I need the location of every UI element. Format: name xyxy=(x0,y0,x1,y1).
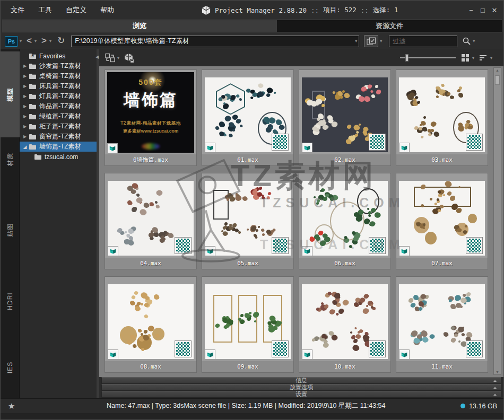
chevron-down-icon[interactable]: ▾ xyxy=(472,56,474,60)
expand-up-icon[interactable]: ▲ xyxy=(492,379,498,382)
expander-icon[interactable]: ◢ xyxy=(22,144,28,150)
thumbnail-caption: 10.max xyxy=(299,361,390,372)
selection-count: 选择: 1 xyxy=(373,6,398,15)
sort-button[interactable] xyxy=(479,54,488,62)
minimize-button[interactable]: − xyxy=(465,6,477,14)
tree-item-label: 桌椅篇-TZ素材 xyxy=(39,72,81,81)
tree-item-label: 柜子篇-TZ素材 xyxy=(39,122,81,131)
tab-materials[interactable]: 材质 xyxy=(1,134,20,185)
expander-icon[interactable]: ▶ xyxy=(22,134,28,139)
tree-item[interactable]: ▶绿植篇-TZ素材 xyxy=(20,111,97,121)
thumbnail-card[interactable]: 05.max xyxy=(202,173,294,269)
menu-tools[interactable]: 工具 xyxy=(31,5,59,15)
expander-icon[interactable]: ▶ xyxy=(22,74,28,78)
expander-icon[interactable]: ▶ xyxy=(22,104,28,109)
vertical-scrollbar[interactable]: ▲ ▼ xyxy=(493,67,501,375)
scroll-down-icon[interactable]: ▼ xyxy=(494,370,501,374)
project-manager-window: 文件 工具 自定义 帮助 Project Manager 2.88.20 :: … xyxy=(0,0,504,420)
tree-subitem[interactable]: tzsucai.com xyxy=(20,152,97,162)
path-input[interactable] xyxy=(72,38,353,45)
thumbnail-card[interactable]: 500套墙饰篇TZ素材网-精品素材下载基地更多素材www.tzsucai.com… xyxy=(105,69,197,166)
expander-icon[interactable]: ▶ xyxy=(22,84,28,89)
slider-handle[interactable] xyxy=(405,54,409,62)
expander-icon[interactable]: ▶ xyxy=(22,64,28,68)
tree-item[interactable]: ◢墙饰篇-TZ素材 xyxy=(20,142,97,152)
scrollbar-thumb[interactable] xyxy=(495,75,500,85)
thumbnail-card[interactable]: 08.max xyxy=(105,276,197,373)
thumbnail-options-button[interactable] xyxy=(364,35,378,47)
tree-item-label: Favorites xyxy=(39,52,65,60)
expander-icon[interactable]: ▶ xyxy=(22,114,28,119)
tree-item[interactable]: ▶饰品篇-TZ素材 xyxy=(20,101,97,111)
favorite-star-icon[interactable]: ★ xyxy=(8,401,15,411)
3dsmax-badge-icon xyxy=(108,246,118,256)
menu-bar: 文件 工具 自定义 帮助 Project Manager 2.88.20 :: … xyxy=(1,1,503,20)
chevron-down-icon[interactable]: ▾ xyxy=(34,39,37,43)
thumbnail-card[interactable]: 07.max xyxy=(396,173,488,269)
tree-item-favorites[interactable]: ★Favorites xyxy=(20,51,97,61)
tab-asset-files[interactable]: 资源文件 xyxy=(277,20,502,32)
menu-file[interactable]: 文件 xyxy=(4,5,31,15)
tab-hdri[interactable]: HDRI xyxy=(1,272,20,330)
expander-icon[interactable]: ▶ xyxy=(22,124,28,129)
thumbnail-caption: 04.max xyxy=(105,258,196,269)
thumbnail-image xyxy=(205,284,291,359)
thumbnail-size-slider[interactable] xyxy=(400,57,456,58)
thumbnail-card[interactable]: 10.max xyxy=(299,276,391,373)
expand-up-icon[interactable]: ▲ xyxy=(492,386,498,389)
back-button[interactable]: < xyxy=(27,36,32,45)
path-dropdown-icon[interactable]: ▾ xyxy=(355,39,357,43)
menu-customize[interactable]: 自定义 xyxy=(59,5,93,15)
thumbnail-card[interactable]: 06.max xyxy=(299,173,391,269)
refresh-button[interactable]: ↻ xyxy=(57,36,65,45)
rollout-settings[interactable]: 设置 ▲ xyxy=(101,391,501,398)
thumbnail-card[interactable]: 02.max xyxy=(299,69,391,166)
search-button[interactable] xyxy=(462,37,471,46)
chevron-down-icon[interactable]: ▾ xyxy=(20,39,22,43)
chevron-down-icon[interactable]: ▾ xyxy=(117,56,119,60)
menu-help[interactable]: 帮助 xyxy=(93,5,121,15)
3dsmax-badge-icon xyxy=(399,349,410,359)
tree-item[interactable]: ▶灯具篇-TZ素材 xyxy=(20,91,97,101)
thumbnail-card[interactable]: 03.max xyxy=(396,69,488,166)
thumbnail-image xyxy=(399,181,485,256)
expand-up-icon[interactable]: ▲ xyxy=(492,393,498,396)
rollout-placement-options[interactable]: 放置选项 ▲ xyxy=(101,384,501,391)
grid-view-icon xyxy=(461,54,470,62)
collapse-sidebar-icon[interactable]: ◀ xyxy=(95,55,99,59)
tab-maps[interactable]: 贴图 xyxy=(1,203,20,256)
maximize-button[interactable]: □ xyxy=(477,6,489,14)
chevron-down-icon[interactable]: ▾ xyxy=(380,39,382,43)
tree-item[interactable]: ▶柜子篇-TZ素材 xyxy=(20,121,97,132)
thumbnail-card[interactable]: 04.max xyxy=(105,173,197,269)
folder-icon xyxy=(29,113,37,120)
thumbnail-card[interactable]: 11.max xyxy=(396,276,488,373)
chevron-down-icon[interactable]: ▾ xyxy=(490,56,492,60)
rollout-info[interactable]: 信息 ▲ xyxy=(101,377,501,384)
tab-browse[interactable]: 浏览 xyxy=(2,20,277,32)
3dsmax-badge-icon xyxy=(205,143,215,152)
tree-item[interactable]: ▶床具篇-TZ素材 xyxy=(20,81,97,91)
chevron-down-icon[interactable]: ▾ xyxy=(49,39,51,43)
tree-item[interactable]: ▶窗帘篇-TZ素材 xyxy=(20,132,97,142)
thumbnail-card[interactable]: 09.max xyxy=(202,276,294,373)
tab-models[interactable]: 模型 xyxy=(1,51,20,137)
project-count: 项目: 522 xyxy=(323,6,357,15)
rollout-panels: 信息 ▲ 放置选项 ▲ 设置 ▲ xyxy=(101,377,501,398)
chevron-down-icon[interactable]: ▾ xyxy=(473,39,475,43)
forward-button[interactable]: > xyxy=(41,36,47,45)
close-button[interactable]: ✕ xyxy=(489,6,500,14)
view-mode-button[interactable] xyxy=(461,54,470,62)
tree-item[interactable]: ▶沙发篇-TZ素材 xyxy=(20,61,97,71)
expander-icon[interactable]: ▶ xyxy=(22,94,28,99)
tab-ies[interactable]: IES xyxy=(1,338,20,397)
tree-item[interactable]: ▶桌椅篇-TZ素材 xyxy=(20,71,97,81)
thumbnail-card[interactable]: 01.max xyxy=(202,69,294,166)
scroll-up-icon[interactable]: ▲ xyxy=(494,68,501,72)
relink-assets-button[interactable] xyxy=(105,53,116,63)
folder-tree: ★Favorites▶沙发篇-TZ素材▶桌椅篇-TZ素材▶床具篇-TZ素材▶灯具… xyxy=(20,49,97,398)
folder-icon xyxy=(29,73,37,80)
merge-scene-button[interactable] xyxy=(124,53,135,63)
thumbnail-image xyxy=(302,77,388,152)
photoshop-icon[interactable]: Ps xyxy=(5,36,18,47)
